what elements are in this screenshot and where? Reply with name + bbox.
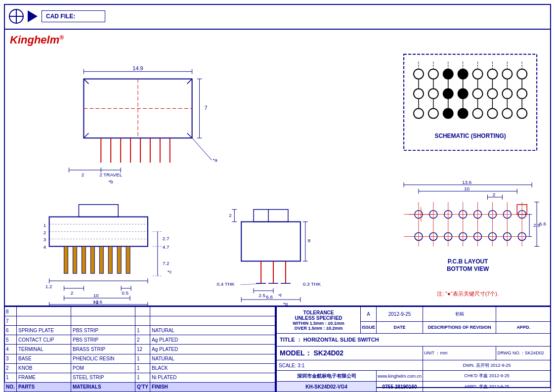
header-row: CAD FILE: <box>4 4 551 30</box>
bom-no-5: 5 <box>4 335 17 345</box>
svg-point-116 <box>473 69 483 79</box>
bom-finish-6: NATURAL <box>150 326 275 335</box>
bom-no-8: 8 <box>4 307 17 316</box>
bom-mat-2: POM <box>71 363 135 373</box>
svg-text:10: 10 <box>93 293 99 298</box>
bom-row-3: 3 BASE PHENOLIC RESIN 1 NATURAL <box>4 354 275 363</box>
appd-cell: APPD. 李鑫 2012-9-25 <box>423 382 551 392</box>
svg-text:BOTTOM VIEW: BOTTOM VIEW <box>447 265 489 272</box>
bom-qty-8 <box>135 307 150 316</box>
model-row: MODEL： SK24D02 UNIT ：mm DRWG NO.：SK24D02 <box>277 346 551 360</box>
svg-point-115 <box>458 69 468 79</box>
bom-finish-3: NATURAL <box>150 354 275 363</box>
bom-mat-8 <box>71 307 135 316</box>
bom-header-finish: FINISH <box>150 382 275 392</box>
bom-row-2: 2 KNOB POM 1 BLACK <box>4 363 275 373</box>
svg-point-138 <box>443 108 453 118</box>
svg-text:1.2: 1.2 <box>45 284 52 289</box>
svg-line-5 <box>84 133 88 138</box>
svg-point-118 <box>502 69 512 79</box>
svg-rect-34 <box>64 246 68 273</box>
svg-rect-41 <box>126 246 130 273</box>
scale-label: SCALE: 3:1 <box>277 360 423 371</box>
svg-line-6 <box>187 133 192 138</box>
svg-text:*b: *b <box>108 179 113 184</box>
svg-text:SCHEMATIC (SHORTING): SCHEMATIC (SHORTING) <box>434 132 506 139</box>
svg-text:1: 1 <box>43 222 46 228</box>
svg-text:2: 2 <box>82 172 85 177</box>
drwg-cell: DRWG NO.：SK24D02 <box>496 346 551 360</box>
svg-point-142 <box>502 108 512 118</box>
svg-rect-39 <box>108 246 112 273</box>
model-label: MODEL： <box>280 349 312 357</box>
svg-text:*a: *a <box>213 157 217 163</box>
svg-point-139 <box>458 108 468 118</box>
tolerance-row: TOLERANCE UNLESS SPECIFIED WITHIN 1.5mm … <box>277 307 551 322</box>
tolerance-label: TOLERANCE <box>278 310 359 315</box>
svg-line-23 <box>192 138 212 160</box>
svg-text:注: "●"表示关键尺寸(7个).: 注: "●"表示关键尺寸(7个). <box>437 291 499 297</box>
bom-qty-3: 1 <box>135 354 150 363</box>
title-label: TITLE ： <box>280 337 302 343</box>
bom-qty-7 <box>135 316 150 326</box>
bom-row-5: 5 CONTACT CLIP PBS STRIP 2 Ag PLATED <box>4 335 275 345</box>
bom-parts-2: KNOB <box>17 363 71 373</box>
bom-parts-8 <box>17 307 71 316</box>
bom-parts-4: TERMINAL <box>17 345 71 354</box>
bom-parts-5: CONTACT CLIP <box>17 335 71 345</box>
svg-text:0.4 THK: 0.4 THK <box>216 281 235 287</box>
svg-point-131 <box>458 89 468 99</box>
unit-label: UNIT ：mm <box>423 346 496 360</box>
model-value: SK24D02 <box>313 349 343 357</box>
svg-text:2 TRAVEL: 2 TRAVEL <box>99 172 123 177</box>
bom-area: 8 7 6 SPRING PLATE PBS STRIP 1 NATURAL 5… <box>4 306 275 392</box>
company-row: 深圳市金航标电子有限公司 www.kinghelm.com.cn CHK'D 李… <box>277 371 551 382</box>
title-block-table: TOLERANCE UNLESS SPECIFIED WITHIN 1.5mm … <box>276 306 551 392</box>
partnum-row: KH-SK24D02-VG4 0755-28190160 APPD. 李鑫 20… <box>277 382 551 392</box>
svg-point-133 <box>487 89 497 99</box>
svg-text:0.3 THK: 0.3 THK <box>303 281 321 287</box>
bom-mat-7 <box>71 316 135 326</box>
svg-text:14.9: 14.9 <box>132 65 143 71</box>
bom-row-6: 6 SPRING PLATE PBS STRIP 1 NATURAL <box>4 326 275 335</box>
svg-text:*f: *f <box>278 293 282 298</box>
svg-rect-38 <box>99 246 103 273</box>
bom-table: 8 7 6 SPRING PLATE PBS STRIP 1 NATURAL 5… <box>4 306 275 392</box>
svg-text:3: 3 <box>43 237 46 242</box>
rev-desc-label: DESCRIPTIONS OF REVISION <box>423 321 496 334</box>
bom-no-6: 6 <box>4 326 17 335</box>
bom-row-1: 1 FRAME STEEL STRIP 1 Ni PLATED <box>4 373 275 382</box>
svg-rect-37 <box>90 246 94 273</box>
bom-no-7: 7 <box>4 316 17 326</box>
svg-point-128 <box>414 89 424 99</box>
bom-mat-6: PBS STRIP <box>71 326 135 335</box>
bom-header-qty: Q'TY <box>135 382 150 392</box>
svg-point-140 <box>473 108 483 118</box>
svg-text:2: 2 <box>493 192 496 197</box>
bom-header-no: NO. <box>4 382 17 392</box>
bom-parts-7 <box>17 316 71 326</box>
cad-file-label: CAD FILE: <box>42 10 105 22</box>
svg-text:2.5: 2.5 <box>258 293 265 298</box>
svg-point-132 <box>473 89 483 99</box>
bom-qty-6: 1 <box>135 326 150 335</box>
bom-qty-5: 2 <box>135 335 150 345</box>
svg-rect-88 <box>254 210 288 222</box>
crosshair-icon <box>9 9 24 24</box>
website: www.kinghelm.com.cn <box>377 371 423 382</box>
bom-finish-4: Ag PLATED <box>150 345 275 354</box>
bom-mat-4: BRASS STRIP <box>71 345 135 354</box>
bom-header-parts: PARTS <box>17 382 71 392</box>
drawing-area: 14.9 7 *a 2 TRAVEL *b 2 <box>4 30 551 306</box>
svg-text:*c: *c <box>168 269 172 274</box>
svg-text:13.6: 13.6 <box>462 179 472 185</box>
bom-mat-5: PBS STRIP <box>71 335 135 345</box>
phone: 0755-28190160 <box>377 382 423 392</box>
initial-person: 初稿 <box>423 307 496 322</box>
svg-line-3 <box>84 79 88 84</box>
appd-label2 <box>496 307 551 322</box>
issue-label: ISSUE <box>361 321 377 334</box>
svg-text:4: 4 <box>43 244 46 250</box>
svg-text:2: 2 <box>229 213 232 218</box>
bom-finish-1: Ni PLATED <box>150 373 275 382</box>
